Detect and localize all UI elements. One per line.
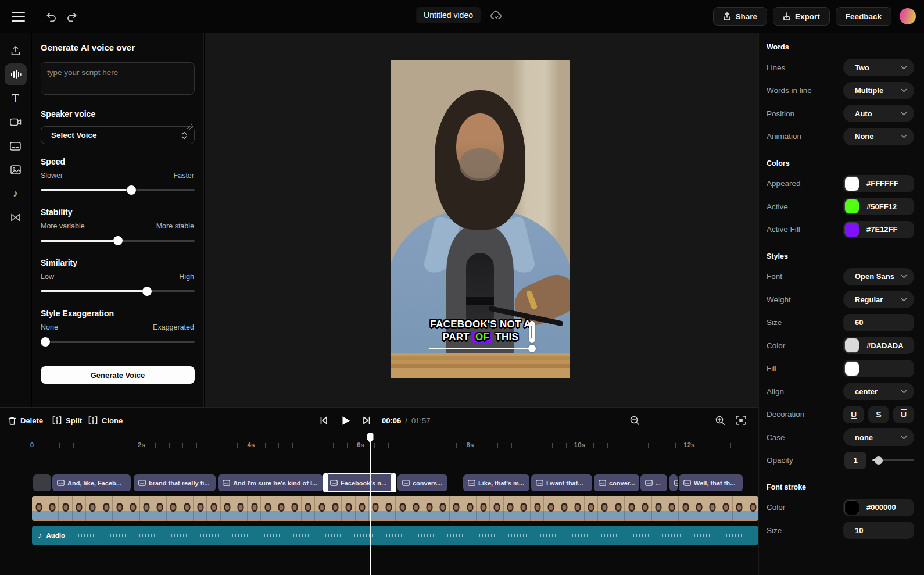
caption-resize-handle[interactable] xyxy=(529,321,535,343)
appeared-color-picker[interactable]: #FFFFFF xyxy=(843,175,914,192)
font-dropdown[interactable]: Open Sans xyxy=(843,268,914,285)
slider-knob[interactable] xyxy=(142,287,152,296)
media-icon[interactable] xyxy=(5,159,27,181)
lines-dropdown[interactable]: Two xyxy=(843,59,914,76)
generate-voice-button[interactable]: Generate Voice xyxy=(41,366,195,384)
color-swatch[interactable] xyxy=(844,361,859,376)
slider-title: Speed xyxy=(41,157,194,166)
weight-dropdown[interactable]: Regular xyxy=(843,291,914,308)
active-fill-color-picker[interactable]: #7E12FF xyxy=(843,221,914,238)
audio-track[interactable]: ♪ Audio xyxy=(32,526,758,545)
slider-knob[interactable] xyxy=(127,185,136,195)
row-label: Fill xyxy=(767,364,776,373)
video-thumbnail xyxy=(382,496,396,521)
clone-button[interactable]: Clone xyxy=(88,408,123,433)
trim-handle-right[interactable] xyxy=(391,473,396,492)
color-swatch[interactable] xyxy=(844,338,859,353)
video-icon[interactable] xyxy=(5,111,27,133)
audio-icon[interactable]: ♪ xyxy=(5,183,27,205)
caption-clip[interactable]: brand that really fi... xyxy=(134,474,216,491)
cloud-sync-icon xyxy=(490,10,503,20)
video-thumbnail xyxy=(234,496,248,521)
caption-clip[interactable]: I want that... xyxy=(531,474,592,491)
share-button[interactable]: Share xyxy=(713,7,767,26)
timeline[interactable]: 02s4s6s8s10s12s And, like, Faceb...brand… xyxy=(0,433,758,575)
split-button[interactable]: Split xyxy=(52,408,82,433)
menu-icon[interactable] xyxy=(12,12,25,22)
ai-voiceover-icon[interactable] xyxy=(5,63,27,85)
similarity-slider[interactable] xyxy=(41,287,195,296)
feedback-button[interactable]: Feedback xyxy=(836,7,891,26)
project-title[interactable]: Untitled video xyxy=(416,7,481,23)
video-thumbnail xyxy=(32,496,45,521)
words-in-line-dropdown[interactable]: Multiple xyxy=(843,82,914,99)
caption-clip[interactable] xyxy=(669,474,678,491)
underline-button[interactable]: U xyxy=(843,406,864,423)
row-font: FontOpen Sans xyxy=(767,268,914,285)
caption-scale-handle[interactable] xyxy=(528,345,536,352)
size-input[interactable]: 10 xyxy=(843,522,914,539)
script-input[interactable] xyxy=(41,62,195,95)
color-swatch[interactable] xyxy=(844,176,859,191)
transitions-icon[interactable] xyxy=(5,206,27,228)
video-thumbnail xyxy=(167,496,180,521)
video-track[interactable] xyxy=(32,496,758,521)
active-color-picker[interactable]: #50FF12 xyxy=(843,198,914,215)
slider-knob[interactable] xyxy=(875,456,883,465)
color-swatch[interactable] xyxy=(844,199,859,214)
undo-icon[interactable] xyxy=(43,9,59,25)
redo-icon[interactable] xyxy=(63,9,80,25)
slider-knob[interactable] xyxy=(113,236,123,245)
playhead-handle[interactable] xyxy=(367,433,374,443)
voice-select[interactable]: Select Voice xyxy=(41,126,195,144)
captions-icon[interactable] xyxy=(5,135,27,157)
avatar[interactable] xyxy=(900,8,916,24)
color-swatch[interactable] xyxy=(844,500,859,515)
text-icon[interactable]: T xyxy=(5,87,27,109)
slider-knob[interactable] xyxy=(41,337,50,347)
video-thumbnail xyxy=(180,496,194,521)
zoom-in-icon[interactable] xyxy=(715,408,725,433)
case-dropdown[interactable]: none xyxy=(843,428,914,446)
caption-clip[interactable]: Well, that th... xyxy=(679,474,743,491)
color-swatch[interactable] xyxy=(844,222,859,237)
clip-fragment[interactable] xyxy=(33,474,51,491)
strikethrough-button[interactable]: S xyxy=(868,406,889,423)
speed-slider[interactable] xyxy=(41,185,195,195)
caption-clip[interactable]: And I'm sure he's kind of l... xyxy=(218,474,323,491)
zoom-out-icon[interactable] xyxy=(630,408,640,433)
position-dropdown[interactable]: Auto xyxy=(843,105,914,122)
section-words: WordsLinesTwoWords in lineMultiplePositi… xyxy=(767,43,914,145)
fit-timeline-icon[interactable] xyxy=(736,408,746,433)
video-preview[interactable]: FACEBOOK'S NOT A PART OF THIS xyxy=(391,60,570,378)
caption-clip[interactable]: And, like, Faceb... xyxy=(52,474,131,491)
playhead[interactable] xyxy=(370,434,371,575)
opacity-value[interactable]: 1 xyxy=(844,452,866,469)
overline-button[interactable]: U xyxy=(893,406,914,423)
video-thumbnail xyxy=(436,496,450,521)
opacity-slider[interactable] xyxy=(872,456,914,465)
skip-end-button[interactable] xyxy=(362,408,371,433)
align-dropdown[interactable]: center xyxy=(843,383,914,400)
delete-button[interactable]: Delete xyxy=(8,408,43,433)
stability-slider[interactable] xyxy=(41,236,195,245)
trim-handle-left[interactable] xyxy=(323,473,328,492)
color-color-picker[interactable]: #DADADA xyxy=(843,337,914,354)
size-input[interactable]: 60 xyxy=(843,314,914,331)
play-button[interactable] xyxy=(342,408,350,433)
skip-start-button[interactable] xyxy=(319,408,328,433)
caption-clip[interactable]: Facebook's n... xyxy=(325,474,394,491)
fill-color-picker[interactable] xyxy=(843,360,914,377)
animation-dropdown[interactable]: None xyxy=(843,128,914,145)
export-button[interactable]: Export xyxy=(773,7,830,26)
caption-clip[interactable]: conver... xyxy=(594,474,639,491)
music-note-icon: ♪ xyxy=(38,530,42,540)
style-exaggeration-slider[interactable] xyxy=(41,337,195,347)
color-color-picker[interactable]: #000000 xyxy=(843,499,914,516)
upload-icon[interactable] xyxy=(5,40,27,62)
caption-clip[interactable]: Like, that's m... xyxy=(463,474,529,491)
caption-active-word: OF xyxy=(472,331,492,343)
caption-selection-box[interactable]: FACEBOOK'S NOT A PART OF THIS xyxy=(429,315,532,349)
caption-clip[interactable]: ... xyxy=(640,474,667,491)
caption-clip[interactable]: convers... xyxy=(397,474,447,491)
